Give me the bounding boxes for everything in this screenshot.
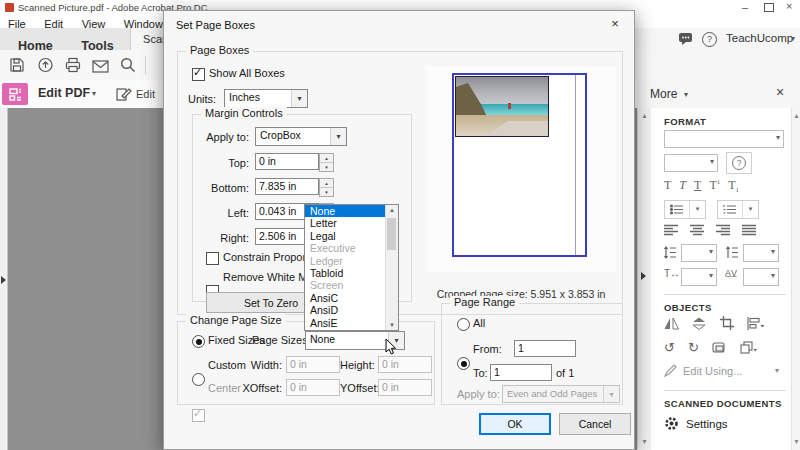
constrain-proportions-checkbox[interactable] <box>206 252 219 265</box>
from-radio[interactable] <box>457 357 470 370</box>
subscript-icon[interactable]: T1 <box>728 178 739 194</box>
align-objects-icon[interactable] <box>747 317 765 330</box>
edit-using-button[interactable]: Edit Using... <box>664 364 742 377</box>
panel-collapse-icon[interactable] <box>641 272 646 280</box>
share-upload-icon[interactable] <box>36 56 54 74</box>
edit-pdf-tool-icon[interactable] <box>2 83 28 105</box>
font-family-select[interactable]: ▾ <box>664 130 784 148</box>
width-input[interactable]: 0 in <box>286 356 340 373</box>
to-input[interactable]: 1 <box>490 364 552 381</box>
custom-radio[interactable] <box>192 373 205 386</box>
edit-tool-icon[interactable] <box>116 86 132 102</box>
account-menu[interactable]: TeachUcomp <box>726 32 793 44</box>
rotate-ccw-icon[interactable]: ↺ <box>664 340 675 355</box>
dialog-close-icon[interactable]: × <box>604 15 626 33</box>
save-icon[interactable] <box>8 56 26 74</box>
nav-pane-expand-icon[interactable] <box>1 276 6 284</box>
panel-scrollbar[interactable]: ▲ ▼ <box>791 108 800 450</box>
xoffset-input[interactable]: 0 in <box>286 379 340 396</box>
toolbar-divider <box>145 56 146 74</box>
page-size-option[interactable]: AnsiE <box>305 317 385 329</box>
number-list-caret-icon: ▾ <box>742 201 758 218</box>
page-size-option[interactable]: None <box>305 205 385 217</box>
page-boxes-group: Page Boxes Show All Boxes Units: Inches▾… <box>177 51 623 315</box>
cancel-button[interactable]: Cancel <box>559 413 631 435</box>
minimize-button[interactable]: – <box>742 2 748 12</box>
line-spacing-icon <box>664 246 677 259</box>
yoffset-input[interactable]: 0 in <box>378 379 432 396</box>
page-size-option[interactable]: Ledger <box>305 255 385 267</box>
panel-scroll-up-icon[interactable]: ▲ <box>793 112 800 119</box>
change-page-size-group-label: Change Page Size <box>186 314 286 326</box>
font-help-button[interactable]: ? <box>726 152 752 174</box>
bottom-margin-input[interactable]: 7.835 in <box>255 178 319 195</box>
dropdown-scroll-up-icon[interactable]: ▲ <box>386 207 398 213</box>
number-list-button[interactable]: ▾ <box>717 200 759 219</box>
help-icon[interactable]: ? <box>702 32 717 47</box>
close-panel-icon[interactable]: × <box>776 84 784 100</box>
dropdown-scroll-down-icon[interactable]: ▼ <box>386 322 398 328</box>
align-right-icon[interactable] <box>716 224 731 236</box>
ok-button[interactable]: OK <box>479 413 551 435</box>
yoffset-label: YOffset: <box>340 382 380 394</box>
units-select[interactable]: Inches▾ <box>224 89 308 108</box>
from-input[interactable]: 1 <box>514 340 576 357</box>
dropdown-scrollbar[interactable]: ▲ ▼ <box>385 205 398 330</box>
font-size-select[interactable]: ▾ <box>664 154 718 172</box>
align-left-icon[interactable] <box>664 224 679 236</box>
all-pages-radio[interactable] <box>457 318 470 331</box>
line-spacing-select[interactable]: ▾ <box>681 244 717 262</box>
apply-to-select[interactable]: CropBox▾ <box>255 127 347 146</box>
page-size-dropdown-list: NoneLetterLegalExecutiveLedgerTabloidScr… <box>304 204 399 331</box>
char-spacing-select[interactable]: ▾ <box>743 268 779 286</box>
restore-button[interactable] <box>764 3 774 12</box>
rotate-cw-icon[interactable]: ↻ <box>688 340 699 355</box>
page-size-option[interactable]: AnsiD <box>305 304 385 316</box>
dropdown-scroll-thumb[interactable] <box>387 218 396 250</box>
bottom-margin-spinner[interactable]: ▲▼ <box>319 178 334 197</box>
flip-vertical-icon[interactable] <box>692 317 707 330</box>
page-size-option[interactable]: Letter <box>305 217 385 229</box>
page-size-option[interactable]: Screen <box>305 279 385 291</box>
close-window-button[interactable]: × <box>786 1 792 11</box>
arrange-icon[interactable] <box>740 341 757 354</box>
flip-horizontal-icon[interactable] <box>664 317 679 330</box>
superscript-icon[interactable]: T1 <box>709 178 720 194</box>
email-icon[interactable] <box>91 57 109 75</box>
top-margin-input[interactable]: 0 in <box>255 153 319 170</box>
underline-icon[interactable]: T <box>694 178 701 194</box>
horizontal-scale-select[interactable]: ▾ <box>681 268 717 286</box>
comment-bubble-icon[interactable] <box>678 32 693 45</box>
more-caret-icon: ▾ <box>684 90 688 99</box>
bold-icon[interactable]: T <box>664 178 671 194</box>
replace-image-icon[interactable] <box>712 341 727 354</box>
crop-icon[interactable] <box>720 316 734 330</box>
height-input[interactable]: 0 in <box>378 356 432 373</box>
print-icon[interactable] <box>64 56 82 74</box>
acrobat-window: Scanned Picture.pdf - Adobe Acrobat Pro … <box>0 0 800 450</box>
page-size-option[interactable]: Legal <box>305 230 385 242</box>
align-justify-icon[interactable] <box>742 224 757 236</box>
edit-label[interactable]: Edit <box>136 88 155 100</box>
top-margin-spinner[interactable]: ▲▼ <box>319 153 334 172</box>
italic-icon[interactable]: T <box>679 178 686 194</box>
scroll-up-icon[interactable]: ▲ <box>641 112 648 119</box>
edit-pdf-label[interactable]: Edit PDF <box>38 86 90 100</box>
scroll-down-icon[interactable]: ▼ <box>641 438 648 445</box>
center-checkbox[interactable] <box>192 409 205 422</box>
more-button[interactable]: More <box>650 87 677 101</box>
settings-button[interactable]: Settings <box>664 416 728 431</box>
page-size-option[interactable]: Tabloid <box>305 267 385 279</box>
panel-scroll-down-icon[interactable]: ▼ <box>793 438 800 445</box>
search-icon[interactable] <box>119 56 137 74</box>
format-header: FORMAT <box>664 116 706 127</box>
dialog-title: Set Page Boxes <box>176 19 255 31</box>
page-size-option[interactable]: Executive <box>305 242 385 254</box>
paragraph-spacing-select[interactable]: ▾ <box>743 244 779 262</box>
page-size-option[interactable]: AnsiC <box>305 292 385 304</box>
range-apply-to-select[interactable]: Even and Odd Pages▾ <box>502 385 620 403</box>
fixed-sizes-radio[interactable] <box>192 335 205 348</box>
show-all-boxes-checkbox[interactable] <box>192 68 205 81</box>
bullet-list-button[interactable]: ▾ <box>664 200 706 219</box>
align-center-icon[interactable] <box>690 224 705 236</box>
